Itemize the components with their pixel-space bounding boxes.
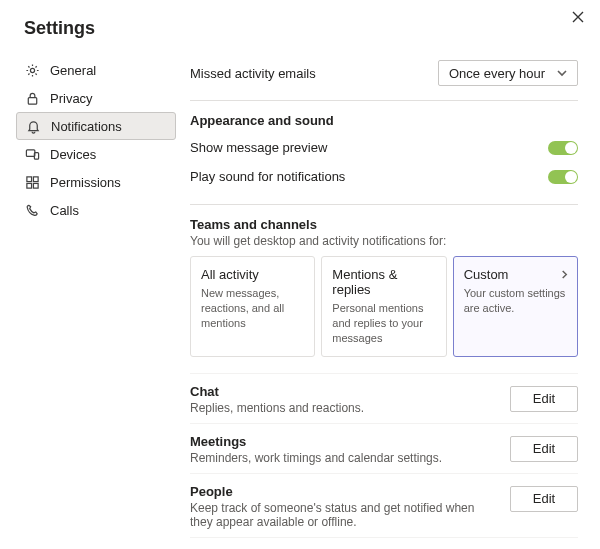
- section-meetings: Meetings Reminders, work timings and cal…: [190, 423, 578, 473]
- section-chat: Chat Replies, mentions and reactions. Ed…: [190, 373, 578, 423]
- teams-subtitle: You will get desktop and activity notifi…: [190, 234, 578, 248]
- close-button[interactable]: [568, 8, 588, 28]
- card-custom[interactable]: Custom Your custom settings are active.: [453, 256, 578, 357]
- svg-rect-1: [28, 97, 36, 104]
- chat-edit-button[interactable]: Edit: [510, 386, 578, 412]
- section-people: People Keep track of someone's status an…: [190, 473, 578, 537]
- card-all-activity[interactable]: All activity New messages, reactions, an…: [190, 256, 315, 357]
- sidebar-item-label: Permissions: [50, 175, 121, 190]
- meetings-desc: Reminders, work timings and calendar set…: [190, 451, 498, 465]
- sidebar-item-label: Privacy: [50, 91, 93, 106]
- card-mentions[interactable]: Mentions & replies Personal mentions and…: [321, 256, 446, 357]
- sound-toggle[interactable]: [548, 170, 578, 184]
- chevron-right-icon: [560, 267, 569, 282]
- page-title: Settings: [24, 18, 95, 39]
- svg-rect-5: [33, 176, 38, 181]
- divider: [190, 204, 578, 205]
- gear-icon: [24, 62, 40, 78]
- sidebar-item-notifications[interactable]: Notifications: [16, 112, 176, 140]
- lock-icon: [24, 90, 40, 106]
- missed-label: Missed activity emails: [190, 66, 316, 81]
- bell-icon: [25, 118, 41, 134]
- svg-rect-4: [26, 176, 31, 181]
- preview-label: Show message preview: [190, 140, 327, 155]
- sidebar-item-label: General: [50, 63, 96, 78]
- card-title: All activity: [201, 267, 304, 282]
- svg-point-0: [30, 68, 34, 72]
- divider: [190, 100, 578, 101]
- meetings-title: Meetings: [190, 434, 498, 449]
- section-other: Other Recommendations, tips, and prompts…: [190, 537, 578, 549]
- sidebar-item-permissions[interactable]: Permissions: [16, 168, 176, 196]
- chat-title: Chat: [190, 384, 498, 399]
- people-title: People: [190, 484, 498, 499]
- select-value: Once every hour: [449, 66, 545, 81]
- card-desc: Personal mentions and replies to your me…: [332, 301, 435, 346]
- sidebar: General Privacy Notifications Devices Pe…: [16, 56, 176, 224]
- sound-label: Play sound for notifications: [190, 169, 345, 184]
- sidebar-item-devices[interactable]: Devices: [16, 140, 176, 168]
- meetings-edit-button[interactable]: Edit: [510, 436, 578, 462]
- close-icon: [572, 11, 584, 26]
- people-desc: Keep track of someone's status and get n…: [190, 501, 498, 529]
- sidebar-item-label: Calls: [50, 203, 79, 218]
- missed-frequency-select[interactable]: Once every hour: [438, 60, 578, 86]
- sidebar-item-label: Notifications: [51, 119, 122, 134]
- chevron-down-icon: [557, 66, 567, 81]
- phone-icon: [24, 202, 40, 218]
- permissions-icon: [24, 174, 40, 190]
- people-edit-button[interactable]: Edit: [510, 486, 578, 512]
- sidebar-item-label: Devices: [50, 147, 96, 162]
- svg-rect-6: [26, 183, 31, 188]
- card-title: Custom: [464, 267, 567, 282]
- card-title: Mentions & replies: [332, 267, 435, 297]
- sidebar-item-general[interactable]: General: [16, 56, 176, 84]
- chat-desc: Replies, mentions and reactions.: [190, 401, 498, 415]
- svg-rect-2: [26, 149, 34, 156]
- devices-icon: [24, 146, 40, 162]
- card-desc: Your custom settings are active.: [464, 286, 567, 316]
- card-desc: New messages, reactions, and all mention…: [201, 286, 304, 331]
- preview-toggle[interactable]: [548, 141, 578, 155]
- teams-title: Teams and channels: [190, 217, 578, 232]
- content-area: Missed activity emails Once every hour A…: [190, 52, 578, 549]
- svg-rect-7: [33, 183, 38, 188]
- sidebar-item-privacy[interactable]: Privacy: [16, 84, 176, 112]
- appearance-title: Appearance and sound: [190, 113, 578, 128]
- sidebar-item-calls[interactable]: Calls: [16, 196, 176, 224]
